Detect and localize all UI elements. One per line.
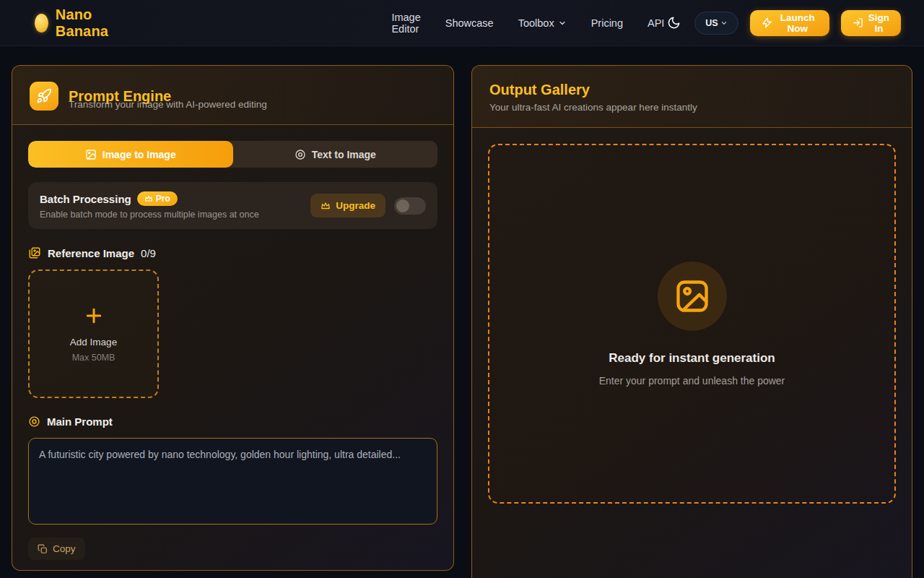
- language-selector[interactable]: US: [694, 12, 738, 35]
- sign-in-label: Sign In: [868, 12, 889, 34]
- main-prompt-input[interactable]: [28, 438, 437, 525]
- output-gallery-subtitle: Your ultra-fast AI creations appear here…: [489, 102, 894, 113]
- chevron-down-icon: [720, 20, 728, 27]
- pro-badge-label: Pro: [156, 194, 170, 204]
- prompt-engine-subtitle: Transform your image with AI-powered edi…: [69, 99, 436, 110]
- crown-icon: [321, 201, 331, 211]
- copy-label: Copy: [53, 543, 76, 554]
- crown-icon: [144, 194, 153, 203]
- main-content: Prompt Engine Transform your image with …: [0, 46, 924, 578]
- reference-image-count: 0/9: [141, 247, 156, 259]
- sign-in-button[interactable]: Sign In: [841, 10, 901, 36]
- main-nav: Image Editor Showcase Toolbox Pricing AP…: [391, 12, 664, 35]
- tab-image-to-image[interactable]: Image to Image: [28, 141, 233, 168]
- add-image-dropzone[interactable]: Add Image Max 50MB: [28, 269, 159, 398]
- copy-button[interactable]: Copy: [28, 538, 85, 560]
- main-prompt-header: Main Prompt: [28, 415, 437, 428]
- batch-toggle[interactable]: [394, 197, 426, 215]
- launch-now-label: Launch Now: [777, 12, 818, 34]
- tab-label: Image to Image: [103, 149, 176, 160]
- chevron-down-icon: [558, 19, 567, 27]
- image-icon: [85, 149, 97, 160]
- image-placeholder-circle: [658, 262, 727, 331]
- plus-icon: [83, 305, 105, 327]
- nav-item-toolbox[interactable]: Toolbox: [518, 17, 567, 29]
- login-arrow-icon: [853, 17, 863, 28]
- banana-logo-icon: [35, 14, 48, 33]
- theme-toggle-button[interactable]: [664, 11, 683, 35]
- tab-text-to-image[interactable]: Text to Image: [233, 141, 438, 168]
- upgrade-button[interactable]: Upgrade: [310, 194, 385, 217]
- nav-label: Showcase: [445, 17, 494, 29]
- prompt-engine-panel: Prompt Engine Transform your image with …: [12, 65, 454, 571]
- upgrade-label: Upgrade: [336, 200, 375, 211]
- lightning-icon: [762, 17, 772, 28]
- launch-now-button[interactable]: Launch Now: [750, 10, 829, 36]
- mode-tabs: Image to Image Text to Image: [28, 141, 437, 168]
- output-gallery-header: Output Gallery Your ultra-fast AI creati…: [472, 66, 912, 128]
- copy-icon: [38, 544, 48, 554]
- batch-processing-row: Batch Processing Pro Enable batch mode t…: [28, 182, 437, 229]
- brand-name: Nano Banana: [56, 7, 123, 40]
- brand[interactable]: Nano Banana: [35, 7, 123, 40]
- output-gallery-panel: Output Gallery Your ultra-fast AI creati…: [471, 65, 912, 578]
- reference-image-label: Reference Image: [48, 247, 134, 259]
- rocket-icon: [30, 82, 58, 111]
- tab-label: Text to Image: [312, 149, 376, 160]
- image-icon: [674, 277, 711, 315]
- nav-label: API: [648, 17, 664, 29]
- empty-state-title: Ready for instant generation: [609, 351, 775, 366]
- batch-title: Batch Processing: [40, 193, 131, 205]
- moon-icon: [667, 16, 681, 30]
- empty-state-subtitle: Enter your prompt and unleash the power: [599, 375, 785, 387]
- nav-label: Pricing: [591, 17, 623, 29]
- reference-image-header: Reference Image 0/9: [28, 246, 437, 259]
- target-icon: [295, 149, 306, 160]
- nav-item-pricing[interactable]: Pricing: [591, 17, 623, 29]
- images-icon: [28, 246, 41, 259]
- nav-item-image-editor[interactable]: Image Editor: [391, 12, 420, 35]
- target-icon: [28, 415, 40, 428]
- pro-badge: Pro: [137, 191, 178, 206]
- gallery-empty-state: Ready for instant generation Enter your …: [488, 144, 896, 504]
- language-value: US: [705, 18, 718, 28]
- max-size-label: Max 50MB: [72, 353, 116, 363]
- toggle-knob: [396, 199, 409, 212]
- add-image-label: Add Image: [70, 337, 117, 348]
- nav-label: Image Editor: [391, 12, 420, 35]
- nav-item-api[interactable]: API: [648, 17, 664, 29]
- output-gallery-title: Output Gallery: [489, 82, 894, 98]
- top-navbar: Nano Banana Image Editor Showcase Toolbo…: [0, 0, 924, 46]
- batch-description: Enable batch mode to process multiple im…: [40, 210, 259, 220]
- prompt-engine-header: Prompt Engine Transform your image with …: [12, 66, 453, 125]
- nav-item-showcase[interactable]: Showcase: [445, 17, 494, 29]
- header-actions: US Launch Now Sign In: [664, 10, 901, 36]
- nav-label: Toolbox: [518, 17, 554, 29]
- main-prompt-label: Main Prompt: [47, 415, 113, 428]
